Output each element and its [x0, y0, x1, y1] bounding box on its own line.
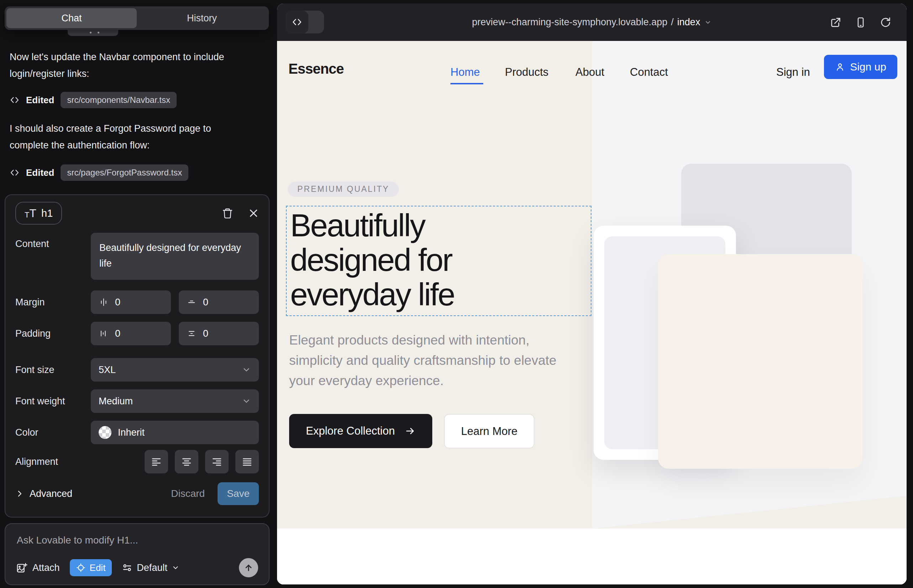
- color-swatch: [99, 426, 112, 439]
- app-root: Chat History Now let's update the Navbar…: [0, 0, 913, 588]
- selected-tag: h1: [41, 207, 53, 219]
- user-icon: [835, 62, 845, 72]
- advanced-toggle[interactable]: Advanced: [15, 488, 72, 499]
- margin-label: Margin: [15, 297, 91, 308]
- target-icon: [76, 563, 86, 572]
- color-label: Color: [15, 427, 91, 438]
- edit-mode-pill[interactable]: Edit: [70, 559, 112, 576]
- align-justify-button[interactable]: [235, 450, 259, 473]
- color-select[interactable]: Inherit: [91, 421, 259, 444]
- trash-icon[interactable]: [222, 207, 233, 219]
- save-button[interactable]: Save: [218, 482, 259, 505]
- scrolled-chip-partial: [68, 30, 118, 36]
- sliders-icon: [122, 562, 133, 573]
- section-below-hero: [277, 528, 907, 585]
- edited-file-row[interactable]: Edited src/pages/ForgotPassword.tsx: [10, 165, 188, 181]
- close-icon[interactable]: [248, 208, 259, 218]
- margin-x-input[interactable]: 0: [91, 291, 171, 314]
- send-button[interactable]: [239, 558, 258, 577]
- explore-collection-button[interactable]: Explore Collection: [289, 414, 432, 448]
- content-label: Content: [15, 233, 91, 249]
- hero-heading[interactable]: Beautifully designed for everyday life: [290, 208, 454, 312]
- composer-input[interactable]: Ask Lovable to modify H1...: [17, 535, 138, 546]
- font-size-label: Font size: [15, 365, 91, 375]
- preview-topbar: preview--charming-site-symphony.lovable.…: [277, 3, 907, 41]
- url-page: index: [677, 17, 701, 28]
- padding-horizontal-icon: [99, 328, 108, 339]
- file-chip[interactable]: src/pages/ForgotPassword.tsx: [60, 165, 188, 181]
- align-left-button[interactable]: [144, 450, 168, 473]
- attach-button[interactable]: Attach: [16, 562, 60, 573]
- image-plus-icon: [16, 562, 28, 573]
- font-weight-select[interactable]: Medium: [91, 389, 259, 413]
- decor-card-beige: [658, 254, 863, 469]
- hero-description: Elegant products designed with intention…: [289, 330, 574, 391]
- chevron-down-icon: [242, 396, 251, 406]
- url-host: preview--charming-site-symphony.lovable.…: [472, 17, 668, 28]
- sign-in-link[interactable]: Sign in: [776, 66, 810, 79]
- alignment-label: Alignment: [15, 456, 91, 467]
- edited-label: Edited: [26, 95, 54, 106]
- margin-y-input[interactable]: 0: [179, 291, 259, 314]
- nav-home-underline: [450, 83, 483, 84]
- font-size-select[interactable]: 5XL: [91, 358, 259, 381]
- chat-sidebar: Chat History Now let's update the Navbar…: [0, 0, 277, 588]
- nav-link-home[interactable]: Home: [450, 66, 480, 79]
- nav-link-products[interactable]: Products: [505, 66, 548, 79]
- preview-window: preview--charming-site-symphony.lovable.…: [277, 3, 907, 585]
- padding-label: Padding: [15, 328, 91, 339]
- refresh-icon[interactable]: [879, 16, 892, 29]
- margin-horizontal-icon: [99, 297, 108, 307]
- tab-history[interactable]: History: [137, 8, 267, 28]
- assistant-message: Now let's update the Navbar component to…: [10, 49, 248, 82]
- site-logo[interactable]: Essence: [288, 61, 344, 77]
- text-size-icon: TT: [24, 207, 36, 219]
- tab-chat[interactable]: Chat: [6, 8, 137, 28]
- assistant-message: I should also create a Forgot Password p…: [10, 120, 248, 154]
- padding-vertical-icon: [186, 328, 197, 339]
- edited-label: Edited: [26, 167, 54, 178]
- chevron-down-icon: [172, 564, 180, 572]
- url-bar[interactable]: preview--charming-site-symphony.lovable.…: [277, 3, 907, 41]
- nav-link-contact[interactable]: Contact: [630, 66, 668, 79]
- code-icon: [10, 168, 19, 178]
- chevron-down-icon: [704, 19, 711, 26]
- padding-y-input[interactable]: 0: [179, 322, 259, 345]
- chevron-down-icon: [242, 365, 251, 375]
- mobile-view-icon[interactable]: [855, 16, 867, 29]
- editor-header: TT h1: [15, 202, 259, 225]
- font-weight-label: Font weight: [15, 396, 91, 407]
- file-chip[interactable]: src/components/Navbar.tsx: [60, 92, 176, 108]
- chat-composer: Ask Lovable to modify H1... Attach Edit: [5, 523, 270, 585]
- hero-badge: PREMIUM QUALITY: [288, 181, 399, 197]
- selected-element-pill[interactable]: TT h1: [15, 202, 62, 225]
- code-icon: [10, 95, 19, 105]
- margin-vertical-icon: [186, 297, 197, 307]
- sidebar-tabbar: Chat History: [5, 6, 269, 30]
- element-editor-panel: TT h1 Content Beautifully designed for e…: [5, 194, 270, 517]
- arrow-right-icon: [405, 426, 416, 436]
- sign-up-button[interactable]: Sign up: [824, 55, 897, 79]
- content-input[interactable]: Beautifully designed for everyday life: [91, 233, 259, 280]
- padding-x-input[interactable]: 0: [91, 322, 171, 345]
- discard-button[interactable]: Discard: [171, 488, 205, 499]
- align-right-button[interactable]: [205, 450, 228, 473]
- chevron-right-icon: [15, 489, 24, 498]
- learn-more-button[interactable]: Learn More: [444, 414, 534, 449]
- site-canvas: Essence Home Products About Contact Sign…: [277, 41, 907, 585]
- align-center-button[interactable]: [175, 450, 198, 473]
- mode-selector[interactable]: Default: [122, 562, 180, 573]
- nav-link-about[interactable]: About: [575, 66, 604, 79]
- edited-file-row[interactable]: Edited src/components/Navbar.tsx: [10, 92, 176, 108]
- open-external-icon[interactable]: [830, 16, 842, 29]
